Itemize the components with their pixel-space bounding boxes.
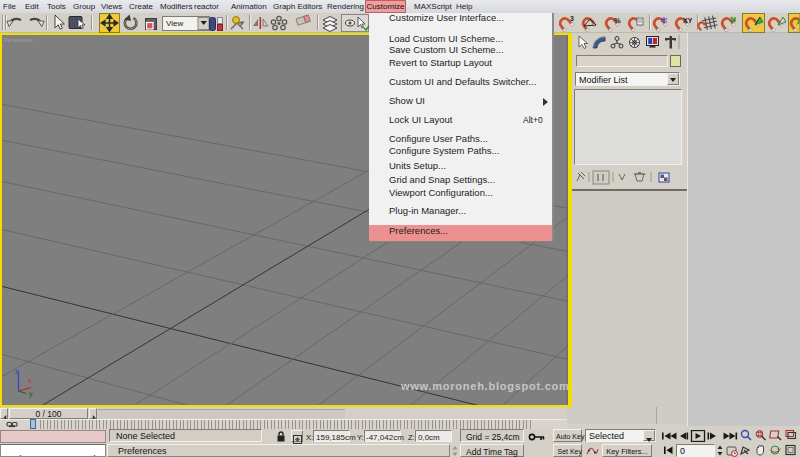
svg-text:%: % [614,16,621,25]
svg-text:x: x [28,377,32,384]
svg-text:View: View [166,19,183,28]
svg-text:z: z [15,368,19,375]
svg-text:XY: XY [683,17,693,24]
svg-text:3: 3 [570,15,574,22]
svg-text:y: y [29,390,33,398]
